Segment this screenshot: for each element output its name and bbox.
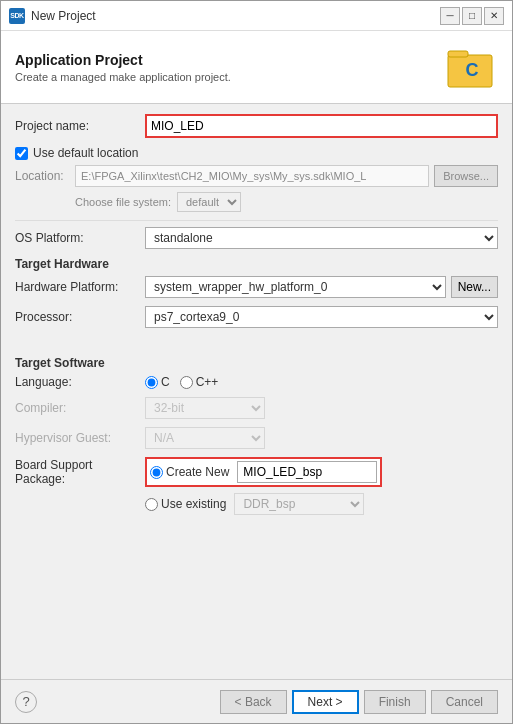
close-button[interactable]: ✕ [484, 7, 504, 25]
hardware-platform-label: Hardware Platform: [15, 280, 145, 294]
minimize-button[interactable]: ─ [440, 7, 460, 25]
bsp-section: Board Support Package: Create New Use ex… [15, 457, 498, 515]
location-label: Location: [15, 169, 75, 183]
default-location-label: Use default location [33, 146, 138, 160]
language-c-radio[interactable] [145, 376, 158, 389]
maximize-button[interactable]: □ [462, 7, 482, 25]
bsp-create-new-radio[interactable] [150, 466, 163, 479]
hardware-platform-select[interactable]: system_wrapper_hw_platform_0 [145, 276, 446, 298]
compiler-row: Compiler: 32-bit [15, 397, 498, 419]
target-hardware-title: Target Hardware [15, 257, 498, 271]
bsp-create-new-option[interactable]: Create New [150, 465, 233, 479]
project-name-row: Project name: [15, 114, 498, 138]
language-row: Language: C C++ [15, 375, 498, 389]
use-default-location-checkbox[interactable] [15, 147, 28, 160]
dialog-footer: ? < Back Next > Finish Cancel [1, 679, 512, 723]
next-button[interactable]: Next > [292, 690, 359, 714]
hypervisor-select: N/A [145, 427, 265, 449]
filesystem-label: Choose file system: [75, 196, 171, 208]
header-left: Application Project Create a managed mak… [15, 52, 231, 83]
bsp-create-row: Board Support Package: Create New [15, 457, 498, 487]
compiler-label: Compiler: [15, 401, 145, 415]
help-icon: ? [22, 694, 29, 709]
hardware-platform-row: Hardware Platform: system_wrapper_hw_pla… [15, 276, 498, 298]
bsp-use-existing-radio[interactable] [145, 498, 158, 511]
processor-label: Processor: [15, 310, 145, 324]
help-button[interactable]: ? [15, 691, 37, 713]
hypervisor-label: Hypervisor Guest: [15, 431, 145, 445]
location-row: Location: Browse... [15, 165, 498, 187]
dialog-content: Application Project Create a managed mak… [1, 31, 512, 723]
page-subtitle: Create a managed make application projec… [15, 71, 231, 83]
window-title: New Project [31, 9, 440, 23]
default-location-row: Use default location [15, 146, 498, 160]
bsp-highlight-box: Create New [145, 457, 382, 487]
location-input[interactable] [75, 165, 429, 187]
spacer-1 [15, 336, 498, 348]
svg-rect-1 [448, 51, 468, 57]
form-area: Project name: Use default location Locat… [1, 104, 512, 679]
header-icon: C [446, 41, 498, 93]
language-cpp-radio[interactable] [180, 376, 193, 389]
new-project-window: SDK New Project ─ □ ✕ Application Projec… [0, 0, 513, 724]
app-icon: SDK [9, 8, 25, 24]
window-controls: ─ □ ✕ [440, 7, 504, 25]
page-title: Application Project [15, 52, 231, 68]
bsp-name-input[interactable] [237, 461, 377, 483]
divider-1 [15, 220, 498, 221]
hypervisor-row: Hypervisor Guest: N/A [15, 427, 498, 449]
project-name-label: Project name: [15, 119, 145, 133]
language-label: Language: [15, 375, 145, 389]
os-platform-select[interactable]: standalone [145, 227, 498, 249]
header-section: Application Project Create a managed mak… [1, 31, 512, 104]
back-button[interactable]: < Back [220, 690, 287, 714]
target-software-title: Target Software [15, 356, 498, 370]
project-name-input[interactable] [151, 119, 492, 133]
svg-text:C: C [466, 60, 479, 80]
browse-button[interactable]: Browse... [434, 165, 498, 187]
os-platform-label: OS Platform: [15, 231, 145, 245]
bsp-label: Board Support Package: [15, 458, 145, 486]
compiler-select: 32-bit [145, 397, 265, 419]
title-bar: SDK New Project ─ □ ✕ [1, 1, 512, 31]
bsp-use-existing-option[interactable]: Use existing [145, 497, 230, 511]
language-c-label: C [161, 375, 170, 389]
filesystem-row: Choose file system: default [75, 192, 498, 212]
language-radio-group: C C++ [145, 375, 218, 389]
language-cpp-option[interactable]: C++ [180, 375, 219, 389]
processor-row: Processor: ps7_cortexa9_0 [15, 306, 498, 328]
filesystem-select[interactable]: default [177, 192, 241, 212]
bsp-existing-select: DDR_bsp [234, 493, 364, 515]
cancel-button[interactable]: Cancel [431, 690, 498, 714]
bsp-existing-row: Use existing DDR_bsp [145, 493, 498, 515]
finish-button[interactable]: Finish [364, 690, 426, 714]
processor-select[interactable]: ps7_cortexa9_0 [145, 306, 498, 328]
language-c-option[interactable]: C [145, 375, 170, 389]
create-new-label: Create New [166, 465, 229, 479]
new-hardware-button[interactable]: New... [451, 276, 498, 298]
use-existing-label: Use existing [161, 497, 226, 511]
project-name-highlight-box [145, 114, 498, 138]
language-cpp-label: C++ [196, 375, 219, 389]
os-platform-row: OS Platform: standalone [15, 227, 498, 249]
